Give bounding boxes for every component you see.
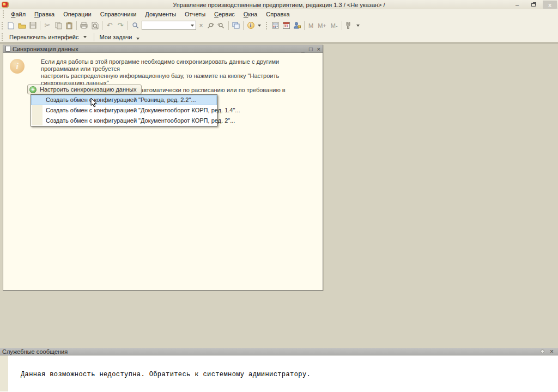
dialog-titlebar[interactable]: Синхронизация данных _ □ × xyxy=(3,45,323,53)
search-box xyxy=(142,21,196,30)
clear-search-button[interactable]: × xyxy=(197,22,205,29)
service-tools-button[interactable] xyxy=(344,21,355,31)
menu-file[interactable]: Файл xyxy=(7,10,30,19)
calendar-icon: 31 xyxy=(283,22,290,29)
messages-close-button[interactable]: × xyxy=(550,348,554,355)
configure-sync-button[interactable]: + Настроить синхронизацию данных xyxy=(27,85,142,94)
menu-service[interactable]: Сервис xyxy=(210,10,239,19)
print-preview-button[interactable] xyxy=(89,21,100,31)
menu-edit[interactable]: Правка xyxy=(30,10,59,19)
menu-help[interactable]: Справка xyxy=(262,10,294,19)
redo-button[interactable]: ↷ xyxy=(115,21,126,31)
dialog-minimize-button[interactable]: _ xyxy=(301,46,305,52)
info-icon: i xyxy=(247,22,254,29)
mdi-area: Синхронизация данных _ □ × i Если для ра… xyxy=(0,44,558,348)
messages-gutter xyxy=(0,355,8,391)
paste-icon xyxy=(66,22,72,29)
save-icon xyxy=(29,22,37,29)
cut-button[interactable]: ✂ xyxy=(42,21,53,31)
toolbar-separator xyxy=(76,21,77,30)
toolbar-grip[interactable] xyxy=(266,22,268,29)
my-tasks-label: Мои задачи xyxy=(100,34,132,40)
close-button[interactable]: x xyxy=(543,1,557,9)
dialog-close-button[interactable]: × xyxy=(317,46,320,52)
menu-windows[interactable]: Окна xyxy=(239,10,262,19)
find-previous-icon xyxy=(217,22,225,29)
window-title: Управление производственным предприятием… xyxy=(0,2,558,8)
minimize-button[interactable]: – xyxy=(510,1,524,9)
my-tasks-button[interactable]: Мои задачи xyxy=(96,33,145,41)
search-input[interactable] xyxy=(142,21,189,29)
copy-button[interactable] xyxy=(53,21,64,31)
restore-button[interactable] xyxy=(526,1,541,9)
calculator-button[interactable] xyxy=(270,21,281,31)
menu-catalogs[interactable]: Справочники xyxy=(96,10,141,19)
document-icon xyxy=(5,46,10,52)
toolbar-separator xyxy=(94,33,94,41)
user-permissions-button[interactable] xyxy=(292,21,302,31)
toolbar-separator xyxy=(128,21,128,30)
memory-subtract-button[interactable]: M- xyxy=(329,22,340,29)
calendar-button[interactable]: 31 xyxy=(281,21,292,31)
open-folder-icon xyxy=(18,22,26,29)
search-dropdown-icon[interactable] xyxy=(191,25,194,27)
service-messages-body: Данная возможность недоступна. Обратитес… xyxy=(0,355,558,391)
calendar-day-number: 31 xyxy=(283,24,289,28)
duplicate-window-button[interactable] xyxy=(231,21,241,31)
search-icon xyxy=(132,22,139,29)
dialog-maximize-button[interactable]: □ xyxy=(309,46,313,52)
toolbar-separator xyxy=(342,21,342,30)
paste-button[interactable] xyxy=(64,21,75,31)
menu-reports[interactable]: Отчеты xyxy=(180,10,210,19)
chevron-down-icon xyxy=(136,38,140,40)
new-document-icon xyxy=(8,22,14,29)
sync-options-menu: Создать обмен с конфигурацией "Розница, … xyxy=(31,94,217,126)
mouse-cursor xyxy=(90,98,98,108)
memory-add-button[interactable]: M+ xyxy=(316,22,329,29)
menu-item-dokumentooborot-14[interactable]: Создать обмен с конфигурацией "Документо… xyxy=(31,105,217,116)
switch-interface-label: Переключить интерфейс xyxy=(9,34,79,40)
dialog-client-area: i Если для работы в этой программе необх… xyxy=(3,53,323,290)
service-dropdown-icon[interactable] xyxy=(356,25,360,27)
toolbar-grip[interactable] xyxy=(2,33,3,41)
menu-documents[interactable]: Документы xyxy=(141,10,180,19)
menu-operations[interactable]: Операции xyxy=(59,10,95,19)
service-messages-panel: Служебные сообщения × Данная возможность… xyxy=(0,348,558,392)
configure-sync-label: Настроить синхронизацию данных xyxy=(40,86,136,93)
print-button[interactable] xyxy=(78,21,89,31)
save-button[interactable] xyxy=(27,21,38,31)
dialog-window-controls: _ □ × xyxy=(301,46,320,52)
print-icon xyxy=(80,22,88,29)
restore-icon xyxy=(531,3,536,7)
new-document-button[interactable] xyxy=(5,21,16,31)
menu-item-dokumentooborot-2[interactable]: Создать обмен с конфигурацией "Документо… xyxy=(31,116,217,126)
open-button[interactable] xyxy=(16,21,27,31)
find-button[interactable] xyxy=(130,21,141,31)
copy-icon xyxy=(55,22,62,29)
service-messages-header: Служебные сообщения × xyxy=(0,348,558,355)
switch-interface-button[interactable]: Переключить интерфейс xyxy=(5,33,92,41)
user-lock-icon xyxy=(293,22,301,29)
pin-icon[interactable] xyxy=(541,349,544,353)
toolbar-separator xyxy=(243,21,244,30)
menu-item-roznitsa[interactable]: Создать обмен с конфигурацией "Розница, … xyxy=(31,95,217,105)
window-titlebar: Управление производственным предприятием… xyxy=(0,0,558,9)
info-dropdown-icon[interactable] xyxy=(258,25,261,27)
memory-recall-button[interactable]: M xyxy=(306,22,316,29)
info-icon: i xyxy=(10,59,25,74)
sync-dialog-window: Синхронизация данных _ □ × i Если для ра… xyxy=(3,45,323,291)
undo-button[interactable]: ↶ xyxy=(104,21,115,31)
add-icon: + xyxy=(29,86,37,93)
find-previous-button[interactable] xyxy=(216,21,227,31)
toolbar-grip[interactable] xyxy=(3,10,4,18)
interface-toolbar: Переключить интерфейс Мои задачи xyxy=(0,32,558,43)
toolbar-grip[interactable] xyxy=(2,22,3,29)
duplicate-window-icon xyxy=(232,22,240,29)
undo-icon: ↶ xyxy=(107,22,113,29)
find-next-button[interactable] xyxy=(205,21,216,31)
info-button[interactable]: i xyxy=(245,21,256,31)
toolbar-separator xyxy=(304,21,305,30)
toolbar-separator xyxy=(102,21,102,30)
app-window: Управление производственным предприятием… xyxy=(0,0,558,392)
calculator-icon xyxy=(272,22,279,29)
